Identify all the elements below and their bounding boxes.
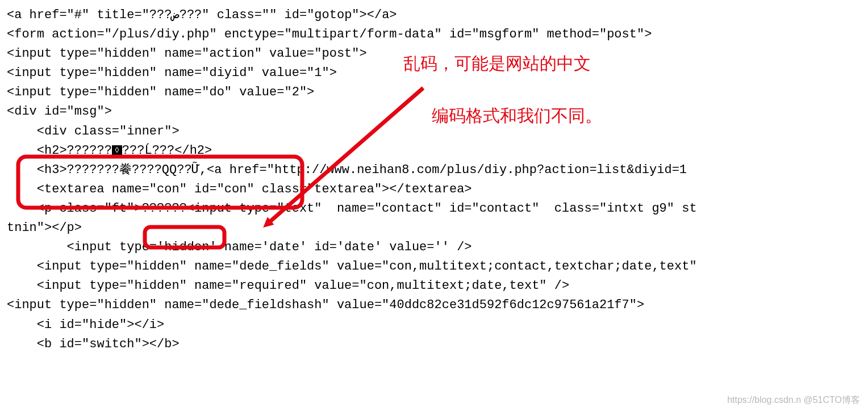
- code-line: ???Ĺ???</h2>: [122, 144, 212, 158]
- code-line: <h3>???????餋????QQ??Ữ,: [7, 163, 207, 177]
- annotation-line-2: 编码格式和我们不同。: [432, 102, 602, 129]
- code-line: <a href="http://www.neihan8.com/plus/diy…: [207, 163, 687, 177]
- code-line: <input type="hidden" name="do" value="2"…: [7, 85, 314, 99]
- code-line: <input type="hidden" name="diyid" value=…: [7, 66, 337, 80]
- code-line: <b id="switch"></b>: [7, 337, 180, 351]
- code-line: <a href="#" title="???: [7, 8, 172, 22]
- code-line: >??????<: [134, 201, 194, 216]
- replacement-char-icon: ◊: [112, 145, 122, 155]
- code-line: <input type="hidden" name="dede_fields" …: [7, 259, 697, 274]
- code-line: <textarea name="con" id="con" class="tex…: [7, 182, 472, 196]
- code-line: <input type='hidden' name='date' id='dat…: [7, 240, 472, 254]
- code-line: <input type="hidden" name="required" val…: [7, 279, 569, 293]
- watermark: https://blog.csdn.n @51CTO博客: [727, 393, 860, 407]
- code-line: <form action="/plus/diy.php" enctype="mu…: [7, 27, 652, 41]
- code-line: <p class="ft": [7, 201, 134, 216]
- code-line: <input type="hidden" name="action" value…: [7, 47, 367, 61]
- code-line: ???" class="" id="gotop"></a>: [180, 8, 397, 22]
- code-line: <input type="hidden" name="dede_fieldsha…: [7, 298, 644, 312]
- code-line: <div id="msg">: [7, 104, 112, 119]
- code-line: <h2>??????: [7, 144, 112, 158]
- code-line: tnin"></p>: [7, 221, 82, 235]
- code-line: <div class="inner">: [7, 124, 180, 138]
- annotation-line-1: 乱码，可能是网站的中文: [403, 50, 591, 77]
- code-line: input type="text" name="contact" id="con…: [194, 201, 697, 216]
- code-glyph: ض: [172, 8, 179, 22]
- code-line: <i id="hide"></i>: [7, 318, 164, 332]
